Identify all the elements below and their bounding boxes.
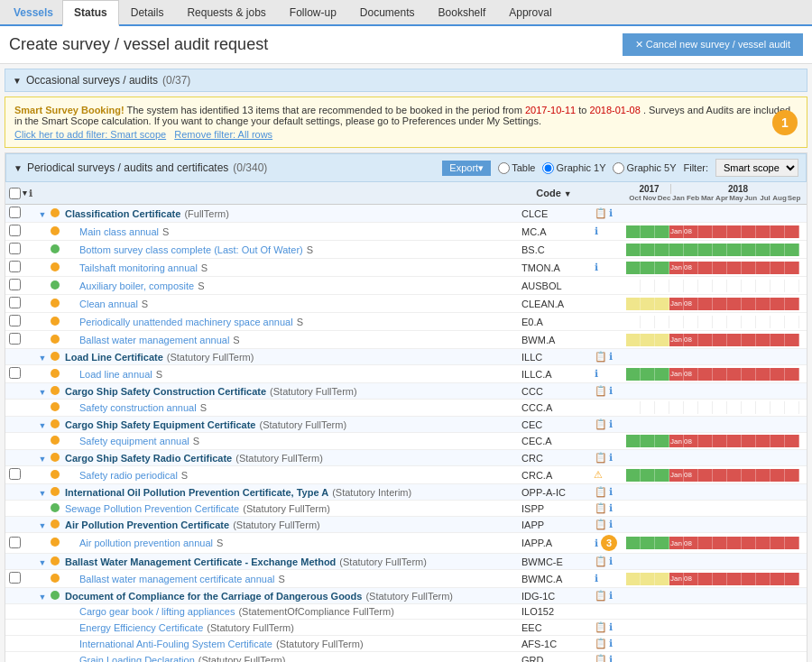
info-circle-icon[interactable]: ℹ (609, 556, 613, 566)
row-name[interactable]: Grain Loading Declaration (79, 655, 195, 663)
book-icon[interactable]: 📋 (595, 654, 607, 662)
row-checkbox[interactable] (9, 468, 21, 480)
nav-tab-documents[interactable]: Documents (348, 0, 427, 26)
graphic1y-radio[interactable] (542, 162, 554, 174)
table-radio[interactable] (498, 162, 510, 174)
row-name[interactable]: Classification Certificate (65, 208, 180, 219)
graphic5y-option[interactable]: Graphic 5Y (613, 162, 676, 174)
expand-icon[interactable]: ▼ (39, 421, 47, 430)
expand-icon[interactable]: ▼ (39, 489, 47, 498)
book-icon[interactable]: 📋 (595, 621, 607, 632)
nav-tab-approval[interactable]: Approval (497, 0, 563, 26)
book-icon[interactable]: 📋 (595, 638, 607, 648)
row-name[interactable]: Ballast Water Management Certificate - E… (65, 556, 336, 567)
row-name[interactable]: Auxiliary boiler, composite (79, 280, 194, 291)
row-expand-cell[interactable]: ▼ (36, 554, 49, 570)
info-circle-icon[interactable]: ℹ (595, 573, 598, 584)
expand-icon[interactable]: ▼ (39, 593, 47, 602)
graphic1y-option[interactable]: Graphic 1Y (542, 162, 605, 174)
info-circle-icon[interactable]: ℹ (595, 262, 598, 272)
col-header-code[interactable]: Code ▼ (518, 182, 590, 205)
row-checkbox[interactable] (9, 315, 21, 326)
row-checkbox[interactable] (9, 225, 21, 236)
book-icon[interactable]: 📋 (595, 519, 607, 529)
row-name[interactable]: Cargo gear book / lifting appliances (79, 606, 235, 617)
row-expand-cell[interactable]: ▼ (36, 205, 49, 223)
info-circle-icon[interactable]: ℹ (609, 590, 613, 601)
row-name[interactable]: Tailshaft monitoring annual (79, 262, 198, 273)
row-name[interactable]: Periodically unattended machinery space … (79, 317, 293, 327)
row-name[interactable]: Bottom survey class complete (Last: Out … (79, 244, 303, 255)
graphic5y-radio[interactable] (613, 162, 624, 174)
info-circle-icon[interactable]: ℹ (609, 385, 613, 396)
info-icon[interactable]: ℹ (29, 188, 32, 198)
row-name[interactable]: International Oil Pollution Prevention C… (65, 487, 328, 498)
row-name[interactable]: Cargo Ship Safety Construction Certifica… (65, 386, 266, 397)
info-circle-icon[interactable]: ℹ (609, 486, 613, 497)
periodical-expand-icon[interactable]: ▼ (14, 163, 23, 173)
row-checkbox[interactable] (9, 297, 21, 308)
chevron-down-icon[interactable]: ▾ (23, 188, 27, 198)
row-name[interactable]: Clean annual (79, 299, 138, 309)
nav-tab-bookshelf[interactable]: Bookshelf (427, 0, 498, 26)
row-expand-cell[interactable]: ▼ (36, 517, 49, 533)
periodical-header[interactable]: ▼ Periodical surveys / audits and certif… (5, 153, 807, 182)
row-checkbox[interactable] (9, 261, 21, 272)
row-name[interactable]: Air Pollution Prevention Certificate (65, 519, 229, 530)
info-circle-icon[interactable]: ℹ (609, 418, 613, 429)
expand-icon[interactable]: ▼ (39, 210, 47, 219)
row-name[interactable]: International Anti-Fouling System Certif… (79, 639, 272, 649)
occasional-expand-icon[interactable]: ▼ (13, 76, 22, 86)
row-checkbox[interactable] (9, 367, 21, 379)
expand-icon[interactable]: ▼ (39, 455, 47, 464)
row-name[interactable]: Sewage Pollution Prevention Certificate (65, 503, 239, 514)
row-name[interactable]: Air pollution prevention annual (79, 538, 213, 548)
info-circle-icon[interactable]: ℹ (609, 654, 613, 662)
select-all-checkbox[interactable] (9, 188, 21, 199)
row-name[interactable]: Document of Compliance for the Carriage … (65, 591, 362, 602)
book-icon[interactable]: 📋 (595, 385, 607, 396)
info-circle-icon[interactable]: ℹ (595, 225, 598, 236)
row-name[interactable]: Main class annual (79, 226, 159, 237)
remove-filter-link[interactable]: Remove filter: All rows (174, 129, 272, 140)
expand-icon[interactable]: ▼ (39, 521, 47, 530)
vessels-link[interactable]: Vessels (5, 1, 62, 24)
table-option[interactable]: Table (498, 162, 535, 174)
row-expand-cell[interactable]: ▼ (36, 383, 49, 400)
info-circle-icon[interactable]: ℹ (609, 207, 613, 218)
row-expand-cell[interactable]: ▼ (36, 484, 49, 501)
row-name[interactable]: Safety construction annual (79, 402, 197, 413)
book-icon[interactable]: 📋 (595, 351, 607, 362)
expand-icon[interactable]: ▼ (39, 354, 47, 363)
info-circle-icon[interactable]: ℹ (609, 351, 613, 362)
book-icon[interactable]: 📋 (595, 452, 607, 463)
row-name[interactable]: Ballast water management annual (79, 335, 229, 345)
book-icon[interactable]: 📋 (595, 207, 607, 218)
nav-tab-details[interactable]: Details (119, 0, 176, 26)
expand-icon[interactable]: ▼ (39, 558, 47, 567)
nav-tab-requests---jobs[interactable]: Requests & jobs (175, 0, 277, 26)
export-button[interactable]: Export▾ (442, 161, 491, 176)
row-name[interactable]: Cargo Ship Safety Equipment Certificate (65, 419, 255, 430)
row-expand-cell[interactable]: ▼ (36, 450, 49, 466)
info-circle-icon[interactable]: ℹ (609, 638, 613, 648)
expand-icon[interactable]: ▼ (39, 388, 47, 397)
info-circle-icon[interactable]: ℹ (609, 621, 613, 632)
nav-tab-status[interactable]: Status (62, 0, 119, 26)
nav-tab-follow-up[interactable]: Follow-up (278, 0, 348, 26)
book-icon[interactable]: 📋 (595, 486, 607, 497)
row-name[interactable]: Cargo Ship Safety Radio Certificate (65, 453, 232, 464)
info-circle-icon[interactable]: ℹ (609, 502, 613, 513)
info-circle-icon[interactable]: ℹ (609, 519, 613, 529)
row-name[interactable]: Energy Efficiency Certificate (79, 622, 203, 633)
info-circle-icon[interactable]: ℹ (595, 538, 598, 548)
row-checkbox[interactable] (9, 279, 21, 290)
row-checkbox[interactable] (9, 333, 21, 345)
row-name[interactable]: Safety radio periodical (79, 470, 178, 481)
row-name[interactable]: Load Line Certificate (65, 352, 163, 363)
row-name[interactable]: Load line annual (79, 369, 152, 380)
row-checkbox[interactable] (9, 572, 21, 584)
smart-scope-link[interactable]: Click her to add filter: Smart scope (14, 129, 166, 140)
book-icon[interactable]: 📋 (595, 590, 607, 601)
book-icon[interactable]: 📋 (595, 502, 607, 513)
